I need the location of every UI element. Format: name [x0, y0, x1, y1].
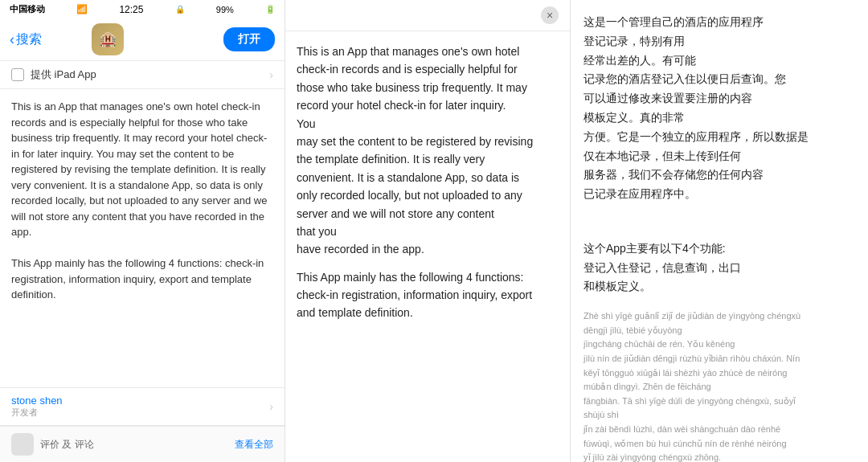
left-panel: 中国移动 📶 12:25 🔒 99% 🔋 ‹ 搜索 🏨 打开 提供 iPad A…: [0, 0, 285, 462]
middle-header: ×: [285, 0, 570, 31]
and-template-text: and template definition.: [297, 306, 413, 319]
open-button[interactable]: 打开: [223, 27, 275, 51]
review-action[interactable]: 查看全部: [235, 438, 273, 452]
server-text: server and we will not store any content: [297, 207, 494, 220]
developer-chevron-icon: ›: [269, 400, 273, 413]
time-label: 12:25: [119, 4, 143, 15]
close-button[interactable]: ×: [541, 6, 559, 24]
chinese-functions-text: 这个App主要有以下4个功能: 登记入住登记，信息查询，出口 和模板定义。: [583, 242, 741, 293]
review-text: 评价 及 评论: [40, 438, 235, 452]
status-bar: 中国移动 📶 12:25 🔒 99% 🔋: [0, 0, 285, 18]
app-icon: 🏨: [92, 23, 124, 55]
review-bar: 评价 及 评论 查看全部: [0, 426, 285, 462]
ipad-label: 提供 iPad App: [31, 67, 263, 82]
review-icon: [11, 433, 34, 456]
middle-panel: × This is an App that manages one's own …: [285, 0, 571, 462]
battery-icon: 🔋: [265, 5, 275, 14]
developer-info: stone shen 开发者: [11, 395, 269, 419]
wifi-icon: 📶: [76, 4, 88, 14]
lock-icon: 🔒: [175, 5, 185, 14]
back-chevron-icon: ‹: [10, 31, 14, 48]
chinese-functions: 这个App主要有以下4个功能: 登记入住登记，信息查询，出口 和模板定义。: [583, 220, 855, 296]
revising-text: revising: [494, 135, 533, 148]
nav-bar: ‹ 搜索 🏨 打开: [0, 18, 285, 61]
ipad-row[interactable]: 提供 iPad App ›: [0, 61, 285, 89]
developer-name: stone shen: [11, 395, 269, 407]
app-icon-symbol: 🏨: [99, 31, 117, 48]
close-icon: ×: [547, 9, 553, 22]
chinese-main-text: 这是一个管理自己的酒店的应用程序 登记记录，特别有用 经常出差的人。有可能 记录…: [583, 15, 809, 200]
developer-row[interactable]: stone shen 开发者 ›: [0, 387, 285, 426]
ipad-checkbox[interactable]: [11, 68, 24, 81]
pinyin-content: Zhè shì yīgè guǎnlǐ zìjǐ de jiǔdiàn de y…: [583, 311, 800, 462]
middle-content: This is an App that manages one's own ho…: [285, 31, 570, 462]
developer-role: 开发者: [11, 407, 269, 419]
chevron-right-icon: ›: [269, 68, 273, 81]
middle-para-1: This is an App that manages one's own ho…: [297, 43, 559, 259]
chinese-description: 这是一个管理自己的酒店的应用程序 登记记录，特别有用 经常出差的人。有可能 记录…: [583, 13, 855, 204]
back-button[interactable]: ‹ 搜索: [10, 31, 42, 48]
back-label: 搜索: [16, 31, 42, 48]
pinyin-text: Zhè shì yīgè guǎnlǐ zìjǐ de jiǔdiàn de y…: [583, 309, 855, 462]
you-highlight: You: [297, 117, 316, 130]
right-panel: 这是一个管理自己的酒店的应用程序 登记记录，特别有用 经常出差的人。有可能 记录…: [571, 0, 868, 462]
app-description: This is an App that manages one's own ho…: [0, 89, 285, 387]
that-you-text: that you: [297, 225, 337, 238]
middle-para-2: This App mainly has the following 4 func…: [297, 268, 559, 322]
battery-label: 99%: [216, 5, 234, 14]
description-text: This is an App that manages one's own ho…: [11, 100, 267, 301]
carrier-label: 中国移动: [10, 3, 45, 15]
